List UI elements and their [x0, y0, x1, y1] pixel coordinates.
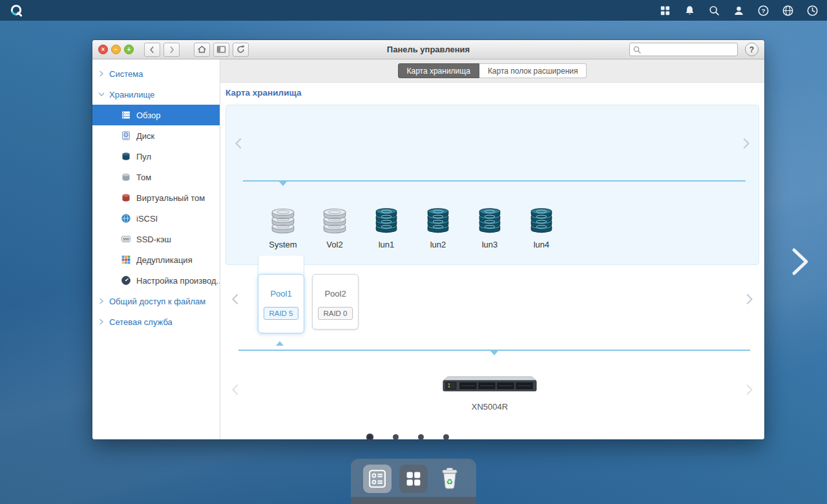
sidebar-item-volume[interactable]: Том [92, 167, 220, 187]
sidebar-group-system[interactable]: Система [92, 63, 220, 84]
pool-panel-connector [258, 256, 304, 275]
chevron-down-icon [98, 91, 105, 98]
user-icon[interactable] [732, 4, 746, 17]
pool-name: Pool2 [313, 289, 358, 299]
volume-item[interactable]: Vol2 [309, 207, 361, 249]
sidebar-item-label: iSCSI [136, 214, 158, 224]
sidebar-item-disk[interactable]: Диск [92, 125, 220, 146]
page-dot[interactable] [418, 434, 424, 440]
forward-button[interactable] [163, 43, 180, 57]
sidebar-item-virtual-volume[interactable]: Виртуальный том [92, 187, 220, 208]
home-button[interactable] [194, 43, 210, 57]
recycle-bin-icon: ♻ [437, 466, 463, 492]
search-icon[interactable] [707, 4, 721, 17]
volume-disk-icon [321, 207, 348, 235]
map-connector-line [243, 180, 746, 182]
volume-item[interactable]: lun3 [464, 207, 516, 249]
sidebar-group-file-sharing[interactable]: Общий доступ к файлам [92, 291, 220, 311]
sidebar-item-label: Дедупликация [136, 255, 193, 265]
sidebar-item-overview[interactable]: Обзор [92, 105, 220, 125]
refresh-icon [235, 44, 246, 55]
sidebar-item-pool[interactable]: Пул [92, 146, 220, 167]
desktop-next-page-chevron[interactable] [791, 247, 810, 279]
volume-label: lun2 [412, 240, 464, 249]
qsan-logo[interactable] [8, 2, 25, 19]
sidebar-item-deduplication[interactable]: Дедупликация [92, 249, 220, 270]
maximize-icon: + [127, 47, 131, 53]
pool-card-pool1[interactable]: Pool1 RAID 5 [258, 274, 304, 333]
virtual-volume-icon [121, 193, 131, 203]
raid-badge: RAID 5 [264, 307, 298, 320]
svg-text:♻: ♻ [446, 478, 454, 487]
sidebar-group-label: Система [109, 69, 143, 79]
home-icon [196, 44, 207, 55]
volume-label: lun4 [516, 240, 567, 249]
window-help-button[interactable]: ? [745, 43, 759, 56]
svg-text:?: ? [761, 7, 765, 14]
lun-disk-icon [424, 207, 452, 235]
page-dot-active[interactable] [366, 434, 373, 441]
close-button[interactable]: × [98, 45, 108, 54]
sidebar-group-network-service[interactable]: Сетевая служба [92, 311, 220, 332]
dock-recycle-bin-button[interactable]: ♻ [435, 465, 464, 493]
sidebar-item-label: Обзор [136, 110, 161, 120]
sidebar-group-label: Общий доступ к файлам [109, 297, 205, 306]
help-icon[interactable]: ? [757, 4, 770, 17]
tab-storage-map[interactable]: Карта хранилища [398, 63, 479, 78]
dock-storage-manager-button[interactable] [363, 465, 392, 493]
clock-icon[interactable] [806, 4, 819, 17]
volume-label: lun1 [361, 240, 412, 249]
deduplication-icon [121, 255, 131, 265]
sidebar-item-label: SSD-кэш [136, 235, 171, 244]
pool-name: Pool1 [258, 289, 304, 299]
tab-expansion-shelf-map[interactable]: Карта полок расширения [479, 63, 587, 78]
volume-label: Vol2 [309, 240, 361, 249]
volume-item[interactable]: lun4 [516, 207, 567, 249]
sidebar: Система Хранилище Обзор Диск [92, 59, 220, 439]
minimize-button[interactable]: − [111, 45, 121, 54]
iscsi-globe-icon [121, 213, 131, 224]
content-area: Карта хранилища Карта полок расширения К… [220, 59, 764, 439]
chevron-right-icon [98, 70, 105, 77]
page-dot[interactable] [443, 434, 449, 440]
minimize-icon: − [114, 47, 118, 53]
lun-disk-icon [476, 207, 503, 235]
pool-card-pool2[interactable]: Pool2 RAID 0 [312, 274, 359, 330]
volume-label: lun3 [464, 240, 516, 249]
sidebar-toggle-button[interactable] [213, 43, 229, 57]
notifications-bell-icon[interactable] [683, 4, 696, 17]
back-button[interactable] [144, 43, 160, 57]
page-dot[interactable] [393, 434, 399, 440]
window-search-input[interactable] [629, 43, 738, 56]
volume-item[interactable]: System [257, 207, 309, 249]
volume-item[interactable]: lun2 [412, 207, 464, 249]
pools-scroll-right-chevron[interactable] [744, 292, 755, 306]
enclosure-image[interactable] [441, 375, 538, 394]
scroll-right-chevron[interactable] [740, 136, 752, 151]
apps-grid-icon[interactable] [658, 4, 672, 17]
sidebar-item-performance[interactable]: Настройка производ... [92, 270, 220, 291]
desktop-page-dots [366, 434, 449, 441]
sidebar-item-label: Виртуальный том [136, 193, 205, 203]
sidebar-group-storage[interactable]: Хранилище [92, 84, 220, 105]
sidebar-item-label: Том [136, 173, 151, 182]
chevron-left-icon [147, 45, 158, 55]
control-panel-window: × − + Панель управления ? [92, 40, 764, 439]
enclosure-scroll-right-chevron[interactable] [744, 383, 755, 397]
performance-gauge-icon [121, 275, 131, 286]
scroll-left-chevron[interactable] [233, 136, 244, 151]
sidebar-item-ssd-cache[interactable]: SSD SSD-кэш [92, 229, 220, 249]
tab-strip: Карта хранилища Карта полок расширения [220, 59, 764, 83]
enclosure-scroll-left-chevron[interactable] [229, 383, 241, 397]
pools-scroll-left-chevron[interactable] [229, 292, 241, 306]
refresh-button[interactable] [233, 43, 249, 57]
ssd-cache-icon: SSD [121, 234, 131, 244]
sidebar-item-iscsi[interactable]: iSCSI [92, 208, 220, 229]
dock-app-center-button[interactable] [399, 465, 428, 493]
maximize-button[interactable]: + [124, 45, 134, 54]
volume-item[interactable]: lun1 [361, 207, 412, 249]
map-connector-arrow [276, 341, 284, 346]
language-globe-icon[interactable] [781, 4, 795, 17]
overview-icon [121, 110, 131, 120]
desktop-dock: ♻ [351, 459, 476, 504]
